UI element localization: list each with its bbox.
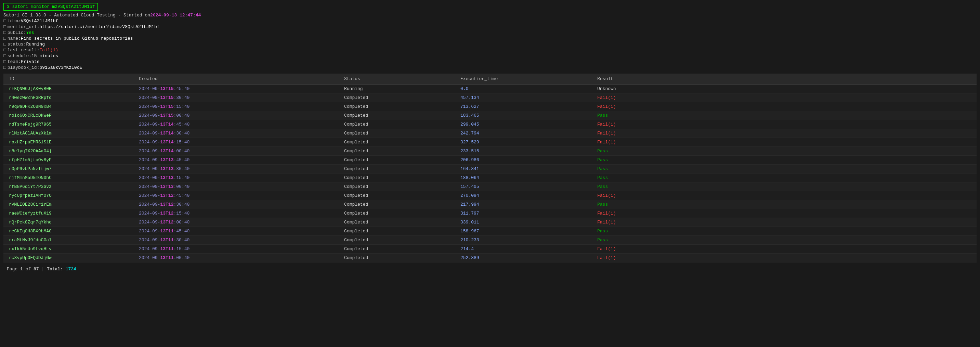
cell-id: rjfMmnM5DkmON0hC [7,174,137,181]
cell-id: r4wezWWZhHGRRpfd [7,94,137,101]
cell-result: Pass [595,201,698,208]
footer-total-value: 1724 [66,267,76,272]
field-value: mzVSQstA21tJM1bf [15,19,58,24]
cell-date: 2024-09-13T12:00:40 [137,219,342,226]
cell-result: Fail(1) [595,138,698,146]
info-field: □ id: mzVSQstA21tJM1bf [3,19,977,24]
field-value: p915a8kV3mKzl0oE [39,65,82,70]
cell-exec-time: 233.515 [458,148,595,155]
cell-exec-time: 457.134 [458,94,595,101]
terminal-window: $ satori monitor mzVSQstA21tJM1bf Satori… [0,0,980,276]
table-row[interactable]: rjfMmnM5DkmON0hC2024-09-13T13:15:40Compl… [3,174,977,182]
cell-id: rycUprpezlAHfOYO [7,192,137,199]
cell-exec-time: 188.064 [458,174,595,181]
cell-id: r8elyqTX2OAAaO4j [7,148,137,155]
cell-date: 2024-09-13T12:30:40 [137,201,342,208]
cell-exec-time: 157.405 [458,183,595,190]
subtitle-date: 2024-09-13 12:47:44 [150,13,201,18]
cell-exec-time: 206.986 [458,156,595,164]
table-row[interactable]: r8elyqTX2OAAaO4j2024-09-13T14:00:40Compl… [3,147,977,156]
table-row[interactable]: rraMtNvJ9fdnCGal2024-09-13T11:30:40Compl… [3,236,977,245]
cell-id: rfBNP6diYt7P3Gvz [7,183,137,190]
field-key: schedule: [8,53,32,59]
cell-id: rlMztAGlAUAzXklm [7,130,137,137]
table-row[interactable]: rc3vpUpOEQUDJjGw2024-09-13T11:00:40Compl… [3,253,977,263]
cell-date: 2024-09-13T11:15:40 [137,245,342,253]
bullet-icon: □ [3,19,6,24]
table-row[interactable]: rycUprpezlAHfOYO2024-09-13T12:45:40Compl… [3,191,977,200]
header-status: Status [342,75,458,83]
field-key: last_result: [8,48,40,53]
table-row[interactable]: r9qWaDHK2OBN9xB42024-09-13T15:15:40Compl… [3,102,977,111]
cell-status: Completed [342,94,458,101]
table-row[interactable]: rlMztAGlAUAzXklm2024-09-13T14:30:40Compl… [3,129,977,138]
cell-status: Completed [342,192,458,199]
cell-exec-time: 713.627 [458,103,595,110]
cell-result: Pass [595,156,698,164]
field-value: Running [26,42,45,47]
table-row[interactable]: rxIkA5rUu9LvqHLv2024-09-13T11:15:40Compl… [3,245,977,253]
cell-id: rFKQNW6JjAK0yB0B [7,85,137,92]
field-value: 15 minutes [32,53,58,59]
cell-date: 2024-09-13T11:00:40 [137,254,342,261]
cell-status: Running [342,85,458,92]
cell-status: Completed [342,228,458,235]
bullet-icon: □ [3,36,6,41]
table-row[interactable]: rdTsmeFsjg9R79652024-09-13T14:45:40Compl… [3,120,977,129]
info-field: □ last_result: Fail(1) [3,48,977,53]
header-exec: Execution_time [458,75,595,83]
cell-date: 2024-09-13T11:45:40 [137,228,342,235]
cell-result: Fail(1) [595,121,698,128]
cell-result: Pass [595,112,698,119]
cell-result: Pass [595,236,698,244]
cell-status: Completed [342,201,458,208]
cell-result: Fail(1) [595,219,698,226]
cell-result: Pass [595,183,698,190]
cell-status: Completed [342,130,458,137]
cell-date: 2024-09-13T14:45:40 [137,121,342,128]
cell-date: 2024-09-13T15:00:40 [137,112,342,119]
header-result: Result [595,75,698,83]
cell-status: Completed [342,156,458,164]
field-key: id: [8,19,15,24]
table-row[interactable]: rfpHZlm5jtoOv8yP2024-09-13T13:45:40Compl… [3,156,977,165]
table-row[interactable]: rpxHZrpaEMRS1S1E2024-09-13T14:15:40Compl… [3,138,977,147]
cell-exec-time: 327.529 [458,138,595,146]
footer-page-total: 87 [33,267,39,272]
cell-date: 2024-09-13T13:45:40 [137,156,342,164]
cell-status: Completed [342,112,458,119]
cell-result: Fail(1) [595,192,698,199]
cell-id: r9qWaDHK2OBN9xB4 [7,103,137,110]
cell-result: Pass [595,174,698,181]
cell-date: 2024-09-13T15:30:40 [137,94,342,101]
table-row[interactable]: roIo6OxCRLcDkWeP2024-09-13T15:00:40Compl… [3,111,977,120]
table-row[interactable]: rVMLIOE28Cir1rEm2024-09-13T12:30:40Compl… [3,200,977,209]
field-value: Fail(1) [39,48,58,53]
cell-id: rVMLIOE28Cir1rEm [7,201,137,208]
cell-result: Pass [595,148,698,155]
bullet-icon: □ [3,53,6,59]
cell-status: Completed [342,174,458,181]
cell-exec-time: 252.889 [458,254,595,261]
field-key: playbook_id: [8,65,40,70]
table-row[interactable]: reGKIg0H8BX9bMAG2024-09-13T11:45:40Compl… [3,227,977,236]
cell-status: Completed [342,183,458,190]
table-row[interactable]: raeWCteYyztfuX192024-09-13T12:15:40Compl… [3,209,977,218]
cell-exec-time: 311.797 [458,210,595,217]
table-row[interactable]: rFKQNW6JjAK0yB0B2024-09-13T15:45:40Runni… [3,84,977,94]
cell-status: Completed [342,121,458,128]
cell-id: raeWCteYyztfuX19 [7,210,137,217]
cell-id: rpxHZrpaEMRS1S1E [7,138,137,146]
field-value: Private [21,59,40,64]
cell-status: Completed [342,254,458,261]
table-row[interactable]: rQrPck8Zqr7qYkhq2024-09-13T12:00:40Compl… [3,218,977,227]
cell-exec-time: 164.841 [458,165,595,172]
table-row[interactable]: rfBNP6diYt7P3Gvz2024-09-13T13:00:40Compl… [3,182,977,191]
table-row[interactable]: r0pP9vUPaNzItjw72024-09-13T13:30:40Compl… [3,165,977,174]
title-text: $ satori monitor mzVSQstA21tJM1bf [3,3,98,11]
cell-date: 2024-09-13T12:15:40 [137,210,342,217]
bullet-icon: □ [3,30,6,35]
cell-result: Unknown [595,85,698,92]
cell-exec-time: 210.233 [458,236,595,244]
table-row[interactable]: r4wezWWZhHGRRpfd2024-09-13T15:30:40Compl… [3,94,977,102]
